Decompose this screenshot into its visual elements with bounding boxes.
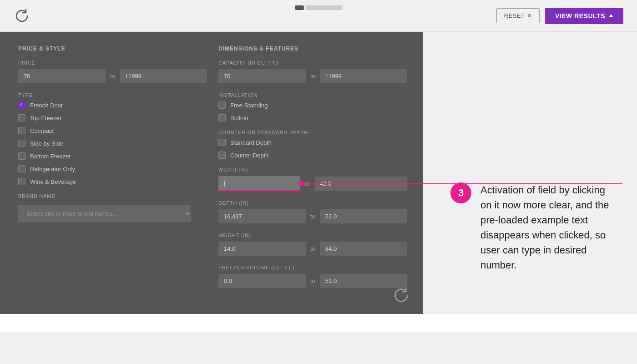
capacity-from-input[interactable] [218, 69, 306, 83]
capacity-to-input[interactable] [320, 69, 407, 83]
installation-label: INSTALLATION [218, 92, 407, 98]
right-column: DIMENSIONS & FEATURES CAPACITY (IN CU. F… [218, 46, 407, 300]
capacity-sep: to [310, 73, 315, 80]
price-sep: to [110, 73, 115, 80]
type-top-freezer-checkbox[interactable] [18, 114, 25, 121]
top-bar: RESET ✕ VIEW RESULTS [0, 0, 637, 32]
type-side-by-side[interactable]: Side by Side [18, 140, 191, 147]
type-side-by-side-checkbox[interactable] [18, 140, 25, 147]
annotation-wrapper: 3 Activation of field by clicking on it … [423, 32, 637, 314]
view-results-button[interactable]: VIEW RESULTS [545, 8, 623, 24]
brand-select[interactable]: Select one or more brand names... [18, 205, 191, 222]
counter-depth-label: Counter Depth [230, 152, 269, 159]
standard-depth[interactable]: Standard Depth [218, 139, 407, 146]
type-wine-beverage-checkbox[interactable] [18, 178, 25, 185]
installation-built-in-checkbox[interactable] [218, 114, 226, 121]
price-to-input[interactable] [120, 69, 207, 83]
bottom-bar [0, 314, 637, 332]
installation-free-standing-label: Free-Standing [230, 102, 268, 109]
type-wine-beverage-label: Wine & Beverage [30, 178, 76, 185]
freezer-range-row: to [218, 274, 407, 288]
price-style-title: PRICE & STYLE [18, 46, 191, 52]
type-bottom-freezer[interactable]: Bottom Freezer [18, 152, 191, 160]
main-area: PRICE & STYLE PRICE to TYPE French Door [0, 32, 637, 314]
height-range-row: to [218, 242, 407, 256]
height-to-input[interactable] [320, 242, 407, 256]
filter-wrapper: PRICE & STYLE PRICE to TYPE French Door [0, 32, 423, 314]
installation-free-standing-checkbox[interactable] [218, 101, 226, 109]
capacity-range-row: to [218, 69, 407, 83]
type-compact[interactable]: Compact [18, 127, 191, 134]
width-range-row: to [218, 176, 407, 191]
type-label: TYPE [18, 92, 191, 98]
type-french-door-label: French Door [30, 102, 63, 109]
type-french-door-checkbox[interactable] [18, 101, 25, 109]
type-top-freezer-label: Top Freezer [30, 115, 61, 121]
width-from-input[interactable] [218, 176, 300, 191]
pink-line [304, 183, 622, 184]
width-input-container [218, 176, 300, 191]
view-results-label: VIEW RESULTS [555, 12, 605, 20]
installation-built-in-label: Built-in [230, 115, 248, 121]
type-bottom-freezer-checkbox[interactable] [18, 152, 25, 160]
filter-panel: PRICE & STYLE PRICE to TYPE French Door [0, 32, 423, 314]
installation-built-in[interactable]: Built-in [218, 114, 407, 121]
annotation-badge: 3 [450, 182, 471, 203]
type-compact-checkbox[interactable] [18, 127, 25, 134]
depth-to-input[interactable] [320, 209, 407, 223]
refresh-icon-bottom[interactable] [393, 287, 410, 305]
type-wine-beverage[interactable]: Wine & Beverage [18, 178, 191, 185]
height-from-input[interactable] [218, 242, 306, 256]
pink-dot-indicator [298, 181, 304, 187]
freezer-to-input[interactable] [320, 274, 407, 288]
progress-bar [295, 5, 342, 10]
price-range-row: to [18, 69, 191, 83]
freezer-label: FREEZER VOLUME (CU. FT.) [218, 265, 407, 270]
width-label: WIDTH (IN) [218, 167, 407, 172]
depth-label: DEPTH (IN) [218, 200, 407, 206]
installation-checkbox-group: Free-Standing Built-in [218, 101, 407, 121]
standard-depth-label: Standard Depth [230, 139, 272, 146]
progress-seg-2 [306, 5, 342, 10]
type-refrigerator-only-checkbox[interactable] [18, 165, 25, 172]
depth-checkbox-group: Standard Depth Counter Depth [218, 139, 407, 159]
page-wrapper: RESET ✕ VIEW RESULTS PRICE & STYLE PRICE… [0, 0, 637, 364]
type-bottom-freezer-label: Bottom Freezer [30, 153, 71, 160]
installation-free-standing[interactable]: Free-Standing [218, 101, 407, 109]
chevron-up-icon [609, 14, 613, 17]
height-label: HEIGHT (IN) [218, 233, 407, 238]
type-side-by-side-label: Side by Side [30, 140, 63, 147]
progress-seg-1 [295, 5, 304, 10]
freezer-sep: to [310, 278, 315, 284]
price-from-input[interactable] [18, 69, 106, 83]
depth-sep: to [310, 213, 315, 220]
freezer-from-input[interactable] [218, 274, 306, 288]
annotation-text: Activation of field by clicking on it no… [480, 182, 619, 273]
type-compact-label: Compact [30, 127, 54, 134]
capacity-label: CAPACITY (IN CU. FT.) [218, 60, 407, 66]
type-checkbox-group: French Door Top Freezer Compact Sid [18, 101, 191, 185]
type-french-door[interactable]: French Door [18, 101, 191, 109]
type-refrigerator-only[interactable]: Refrigerator Only [18, 165, 191, 172]
standard-depth-checkbox[interactable] [218, 139, 226, 146]
counter-depth[interactable]: Counter Depth [218, 152, 407, 159]
refresh-icon[interactable] [14, 8, 30, 24]
left-column: PRICE & STYLE PRICE to TYPE French Door [18, 46, 191, 300]
depth-section-label: COUNTER OR STANDARD DEPTH [218, 130, 407, 135]
depth-range-row: to [218, 209, 407, 223]
annotation-inner: 3 Activation of field by clicking on it … [450, 182, 619, 273]
top-bar-right: RESET ✕ VIEW RESULTS [496, 8, 623, 24]
type-refrigerator-only-label: Refrigerator Only [30, 166, 75, 172]
reset-button[interactable]: RESET ✕ [496, 8, 540, 23]
height-sep: to [310, 245, 315, 252]
brand-label: BRAND NAME [18, 193, 191, 199]
counter-depth-checkbox[interactable] [218, 152, 226, 159]
depth-from-input[interactable] [218, 209, 306, 223]
type-top-freezer[interactable]: Top Freezer [18, 114, 191, 121]
dimensions-title: DIMENSIONS & FEATURES [218, 46, 407, 52]
price-label: PRICE [18, 60, 191, 66]
